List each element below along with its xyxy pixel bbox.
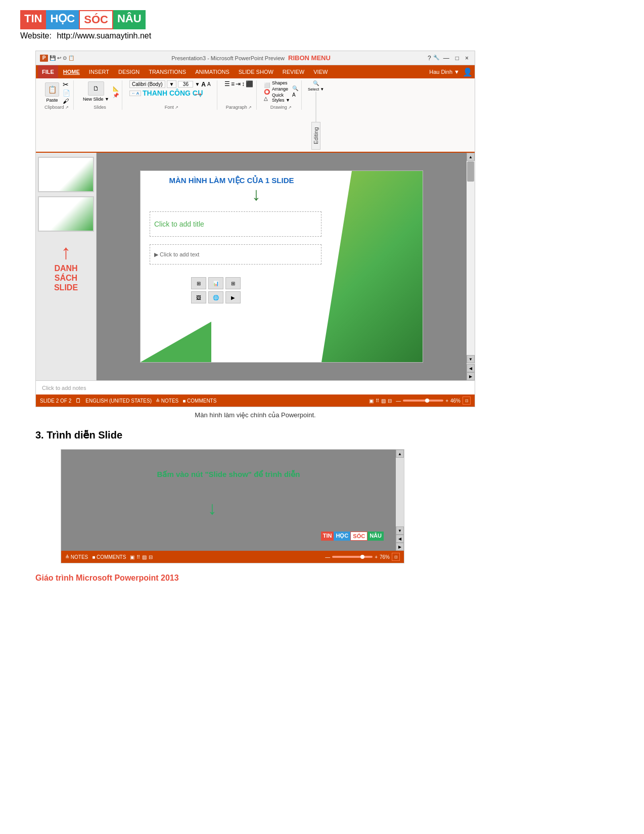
quick-styles-btn[interactable]: QuickStyles ▼ [272,93,290,103]
scroll-down-btn[interactable]: ▼ [467,355,475,363]
sl-logo-soc: SÓC [350,532,367,541]
new-slide-button[interactable]: 🗋 New Slide ▼ [81,80,111,103]
slideshow-scrollbar: ▲ ▼ ◀ ▶ [396,450,404,551]
zoom-slider[interactable] [403,400,443,402]
slide-workspace: MÀN HÌNH LÀM VIỆC CỦA 1 SLIDE ↓ Click to… [97,153,467,380]
slide-main-heading: MÀN HÌNH LÀM VIỆC CỦA 1 SLIDE [146,176,317,185]
menu-file[interactable]: FILE [38,65,58,78]
menu-insert[interactable]: INSERT [85,69,113,75]
slides-label: Slides [94,105,106,110]
user-avatar: 👤 [463,67,473,77]
ss-scroll-down[interactable]: ▼ [396,526,404,535]
editing-label: Editing [311,122,320,150]
menu-view[interactable]: VIEW [309,69,332,75]
main-scrollbar: ▲ ▼ ◀ ▶ [467,153,475,380]
menu-review[interactable]: REVIEW [279,69,308,75]
slideshow-screenshot: ▲ ▼ ◀ ▶ Bấm vào nút "Slide show" để trìn… [61,449,404,563]
sl-logo-nau: NÂU [367,532,384,541]
titlebar-icons: P 💾 ↩ ⊙ 📋 [40,55,74,62]
ss-fit-btn[interactable]: ⊡ [392,553,400,561]
picture-icon[interactable]: 🖼 [191,291,206,303]
ss-scroll-up[interactable]: ▲ [396,450,404,458]
slideshow-logo: TIN HỌC SÓC NÂU [321,532,384,541]
pp-main: 1 2 ↑ DANHSÁCHSLIDE [36,153,475,380]
arrange-btn[interactable]: Arrange [272,86,290,92]
paste-button[interactable]: 📋 Paste [43,81,61,104]
font-size-input[interactable] [178,81,193,87]
logo-nau: NÂU [113,10,146,29]
danh-sach-arrow: ↑ [38,241,94,264]
clipboard-group: 📋 Paste ✂ 📄 🖌 Clipboard ↗ [40,80,74,110]
scroll-thumb[interactable] [467,161,474,182]
menu-transitions[interactable]: TRANSITIONS [145,69,190,75]
language: ENGLISH (UNITED STATES) [85,398,152,404]
menu-slideshow[interactable]: SLIDE SHOW [235,69,278,75]
ss-zoom-handle[interactable] [360,555,364,559]
scroll-right-btn[interactable]: ▶ [467,372,475,380]
zoom-handle[interactable] [425,399,429,403]
ss-notes-btn[interactable]: ≜ NOTES [65,554,88,560]
comments-btn[interactable]: ■ COMMENTS [182,398,216,404]
scroll-left-btn[interactable]: ◀ [467,364,475,372]
drawing-label: Drawing ↗ [270,105,292,110]
shapes-btn[interactable]: Shapes [272,80,290,85]
slide-info: SLIDE 2 OF 2 [40,398,71,404]
titlebar-buttons[interactable]: ? 🔧 — □ × [428,55,471,62]
table-icon[interactable]: ⊞ [191,277,206,289]
slide-click-text[interactable]: ▶ Click to add text [150,244,321,265]
statusbar: SLIDE 2 OF 2 🗒 ENGLISH (UNITED STATES) ≜… [36,394,475,407]
drawing-group: ⬜ ⭕ △ Shapes Arrange QuickStyles ▼ 🔍 A D… [261,80,302,110]
slide-main-heading-area: MÀN HÌNH LÀM VIỆC CỦA 1 SLIDE [146,176,321,185]
screenshot-caption: Màn hình làm việc chính của Powerpoint. [35,411,475,419]
ss-scroll-left[interactable]: ◀ [396,535,404,543]
notes-btn[interactable]: ≜ NOTES [156,398,178,404]
menu-home[interactable]: HOME [59,69,84,75]
logo-website: Website: http://www.suamaytinh.net [20,31,624,40]
toolbar: 📋 Paste ✂ 📄 🖌 Clipboard ↗ 🗋 New Slide ▼ [36,78,475,153]
ribon-menu-label: RIBON MENU [288,54,331,62]
danh-sach-text: DANHSÁCHSLIDE [38,264,94,293]
ss-zoom-slider[interactable] [332,556,373,558]
slides-group: 🗋 New Slide ▼ 📐 📌 Slides [78,80,122,110]
slideshow-workspace: ▲ ▼ ◀ ▶ Bấm vào nút "Slide show" để trìn… [61,450,404,551]
sl-logo-tin: TIN [321,532,334,541]
slide-down-arrow: ↓ [252,184,261,205]
section3-heading: 3. Trình diễn Slide [35,429,624,441]
menu-design[interactable]: DESIGN [114,69,144,75]
danh-sach-label-area: ↑ DANHSÁCHSLIDE [38,241,94,293]
user-menu[interactable]: Hau Dinh ▼ [429,69,459,75]
slide-thumb-2[interactable] [38,196,94,232]
spelling-icon[interactable]: 🗒 [75,397,81,404]
titlebar-title: Presentation3 - Microsoft PowerPoint Pre… [77,54,425,62]
ss-comments-btn[interactable]: ■ COMMENTS [92,554,126,560]
video-icon[interactable]: ▶ [225,291,241,303]
pp-app-icon: P [40,55,48,62]
slideshow-instruction: Bấm vào nút "Slide show" để trình diễn [61,470,396,479]
slide-bg-green [321,171,423,362]
smartart-icon[interactable]: ⊞ [225,277,241,289]
slide-bg-triangle [141,322,211,362]
clipboard-label: Clipboard ↗ [44,105,69,110]
chart-icon[interactable]: 📊 [208,277,223,289]
slideshow-arrow: ↓ [208,498,217,519]
logo-tin: TIN [20,10,46,29]
notes-area[interactable]: Click to add notes [36,380,475,394]
zoom-area: ▣ ⠿ ▨ ⊟ — + 46% ⊡ [369,397,471,405]
online-picture-icon[interactable]: 🌐 [208,291,223,303]
fit-screen-btn[interactable]: ⊡ [463,397,471,405]
logo-box: TIN HỌC SÓC NÂU [20,10,624,29]
thanh-cong-cu-label: THANH CÔNG CỤ [143,89,203,97]
slide-thumb-1[interactable] [38,157,94,192]
logo-soc: SÓC [79,10,113,29]
slides-panel: 1 2 ↑ DANHSÁCHSLIDE [36,153,97,380]
scroll-up-btn[interactable]: ▲ [467,153,475,161]
slide-click-title[interactable]: Click to add title [150,211,321,237]
ss-scroll-right[interactable]: ▶ [396,543,404,551]
slide-thumb-2-container: 2 [38,196,94,232]
font-label: Font ↗ [165,105,179,110]
font-b-btn[interactable]: ← A [129,91,141,96]
menu-animations[interactable]: ANIMATIONS [191,69,234,75]
logo-hoc: HỌC [46,10,79,29]
ss-zoom-level: 76% [380,554,390,560]
zoom-level: 46% [450,398,461,404]
